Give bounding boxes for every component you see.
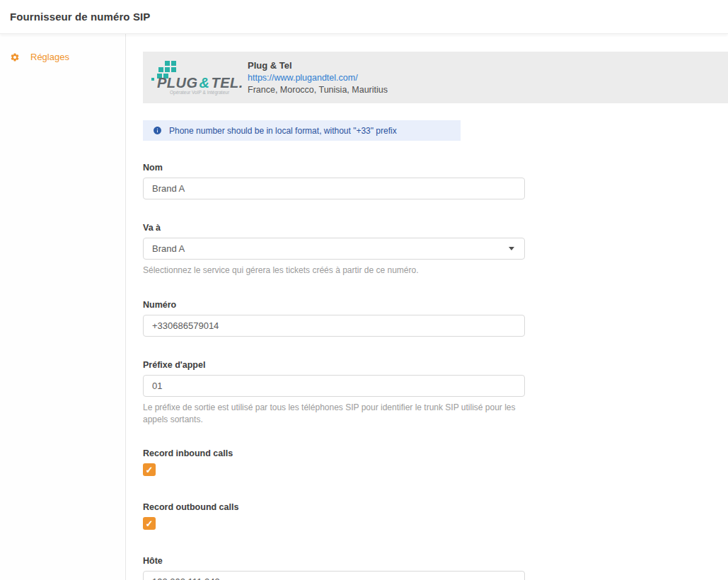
sidebar: Réglages xyxy=(0,34,126,580)
va-a-label: Va à xyxy=(143,223,525,233)
logo-tagline: Opérateur VoIP & Intégrateur xyxy=(170,90,230,95)
chevron-down-icon xyxy=(509,247,514,250)
record-inbound-label: Record inbound calls xyxy=(143,448,525,458)
provider-name: Plug & Tel xyxy=(248,60,388,71)
record-outbound-checkbox[interactable]: ✓ xyxy=(143,517,156,530)
provider-countries: France, Morocco, Tunisia, Mauritius xyxy=(248,85,388,95)
page: Fournisseur de numéro SIP Réglages xyxy=(0,0,728,580)
field-prefixe: Préfixe d'appel Le préfixe de sortie est… xyxy=(143,360,525,426)
logo-text-amp: & xyxy=(200,75,210,91)
provider-info: Plug & Tel https://www.plugandtel.com/ F… xyxy=(248,60,388,95)
page-title: Fournisseur de numéro SIP xyxy=(10,11,150,23)
plug-and-tel-logo: PLUG&TEL. Opérateur VoIP & Intégrateur xyxy=(149,58,242,98)
field-va-a: Va à Brand A Sélectionnez le service qui… xyxy=(143,223,525,277)
record-inbound-checkbox[interactable]: ✓ xyxy=(143,463,156,476)
body: Réglages xyxy=(0,34,728,580)
prefixe-helper-text: Le préfixe de sortie est utilisé par tou… xyxy=(143,402,525,426)
sidebar-item-reglages[interactable]: Réglages xyxy=(0,49,125,65)
main-content: PLUG&TEL. Opérateur VoIP & Intégrateur P… xyxy=(126,34,728,580)
settings-form: Nom Va à Brand A Sélectionnez le service… xyxy=(143,163,525,580)
field-hote: Hôte 193.202.111.243 xyxy=(143,556,525,580)
field-record-inbound: Record inbound calls ✓ xyxy=(143,448,525,476)
hote-label: Hôte xyxy=(143,556,525,566)
info-alert: Phone number should be in local format, … xyxy=(143,120,461,141)
provider-url-link[interactable]: https://www.plugandtel.com/ xyxy=(248,73,388,83)
nom-label: Nom xyxy=(143,163,525,173)
top-header-bar: Fournisseur de numéro SIP xyxy=(0,0,728,34)
record-outbound-label: Record outbound calls xyxy=(143,502,525,512)
prefixe-label: Préfixe d'appel xyxy=(143,360,525,370)
info-icon xyxy=(153,126,162,135)
numero-input[interactable] xyxy=(143,315,525,337)
field-record-outbound: Record outbound calls ✓ xyxy=(143,502,525,530)
sidebar-item-label: Réglages xyxy=(30,52,69,62)
numero-label: Numéro xyxy=(143,300,525,310)
svg-text:PLUG&TEL.: PLUG&TEL. xyxy=(157,75,242,91)
va-a-helper-text: Sélectionnez le service qui gérera les t… xyxy=(143,265,525,277)
logo-text-plug: PLUG xyxy=(157,75,198,91)
nom-input[interactable] xyxy=(143,178,525,199)
provider-card: PLUG&TEL. Opérateur VoIP & Intégrateur P… xyxy=(143,52,728,103)
field-numero: Numéro xyxy=(143,300,525,337)
logo-text-tel: TEL. xyxy=(212,75,242,91)
hote-selected-value: 193.202.111.243 xyxy=(152,576,220,580)
prefixe-input[interactable] xyxy=(143,375,525,397)
field-nom: Nom xyxy=(143,163,525,199)
hote-select[interactable]: 193.202.111.243 xyxy=(143,571,525,580)
va-a-selected-value: Brand A xyxy=(152,243,185,254)
gear-icon xyxy=(10,52,20,62)
va-a-select[interactable]: Brand A xyxy=(143,238,525,260)
alert-text: Phone number should be in local format, … xyxy=(169,126,397,136)
